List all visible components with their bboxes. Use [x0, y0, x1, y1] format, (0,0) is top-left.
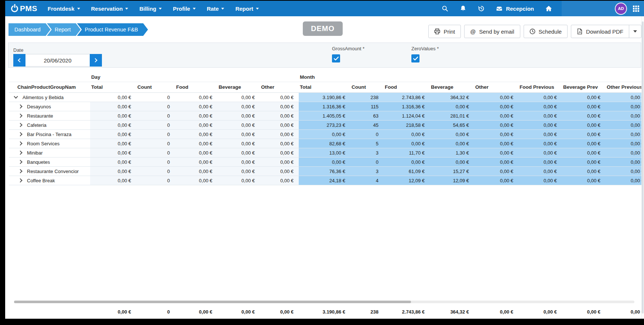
vertical-scrollbar-track[interactable] — [641, 16, 644, 319]
gross-amount-label: GrossAmount * — [332, 46, 364, 51]
notifications-bell-icon[interactable] — [460, 5, 466, 12]
horizontal-scrollbar-thumb[interactable] — [14, 301, 411, 303]
value-cell: 0,00 € — [90, 158, 136, 167]
zero-values-checkbox[interactable] — [411, 54, 419, 62]
day-group-header: Day — [90, 72, 299, 82]
value-cell: 0,00 € — [260, 176, 299, 185]
horizontal-scrollbar-track[interactable] — [14, 301, 634, 303]
apps-grid-icon[interactable] — [633, 6, 639, 12]
value-cell: 0,00 € — [217, 130, 260, 139]
value-cell: 0,00 € — [217, 167, 260, 176]
value-cell: 0,00 € — [260, 102, 299, 111]
value-cell: 0,00 € — [430, 102, 474, 111]
previous-day-button[interactable] — [13, 54, 25, 67]
home-icon[interactable] — [545, 5, 552, 12]
gross-amount-checkbox[interactable] — [332, 54, 340, 62]
breadcrumb-current-page[interactable]: Product Revenue F&B — [77, 23, 148, 36]
table-row: Alimentos y Bebida0,00 €00,00 €0,00 €0,0… — [9, 93, 641, 102]
expand-row-toggle[interactable]: Banquetes — [9, 158, 90, 166]
value-cell: 0,00 € — [430, 139, 474, 148]
value-cell: 0,00 € — [474, 139, 518, 148]
breadcrumb-dashboard[interactable]: Dashboard — [8, 23, 51, 36]
value-cell: 0,00 € — [217, 102, 260, 111]
expand-row-toggle[interactable]: Restaurante — [9, 111, 90, 120]
download-pdf-button[interactable]: Download PDF — [571, 25, 629, 38]
report-table-area: Day Month ChainProductGroupNamTotalCount… — [9, 72, 641, 316]
column-header: Other — [260, 82, 299, 93]
value-cell: 0,00 € — [384, 139, 430, 148]
revenue-table: Day Month ChainProductGroupNamTotalCount… — [9, 72, 641, 185]
search-icon[interactable] — [442, 5, 448, 12]
schedule-button[interactable]: Schedule — [524, 25, 568, 38]
value-cell: 0,00 € — [90, 139, 136, 148]
value-cell: 0,00 € — [562, 158, 606, 167]
product-group-name: Bar Piscina - Terraza — [27, 132, 71, 137]
value-cell: 0,00 € — [217, 176, 260, 185]
expand-row-toggle[interactable]: Minibar — [9, 148, 90, 157]
column-header: Food — [384, 82, 430, 93]
app-logo[interactable]: PMS — [11, 4, 37, 13]
avatar[interactable]: AD — [616, 3, 626, 14]
totals-row: 0,00 €00,00 €0,00 €0,00 €3.190,86 €2382.… — [9, 307, 641, 316]
report-filter-panel: Date GrossAmount * ZeroValues * — [8, 43, 641, 68]
date-input[interactable] — [25, 54, 90, 67]
menu-profile[interactable]: Profile — [173, 6, 196, 12]
value-cell: 3 — [350, 167, 384, 176]
value-cell: 0,00 € — [562, 111, 606, 121]
value-cell: 0,00 € — [606, 176, 641, 185]
value-cell: 0,00 € — [606, 130, 641, 139]
chevron-right-icon — [18, 123, 22, 127]
column-header: Other Previous — [606, 82, 641, 93]
pdf-file-icon — [577, 28, 583, 34]
value-cell: 0,00 € — [606, 93, 641, 102]
print-button[interactable]: Print — [428, 25, 461, 38]
logo-text: PMS — [20, 4, 37, 13]
value-cell: 2.743,86 € — [384, 93, 430, 102]
mailbox-recepcion[interactable]: Recepcion — [496, 5, 534, 12]
chevron-right-icon — [93, 58, 97, 62]
next-day-button[interactable] — [90, 54, 102, 67]
history-icon[interactable] — [478, 5, 484, 12]
value-cell: 0,00 € — [518, 167, 562, 176]
value-cell: 0,00 € — [260, 139, 299, 148]
value-cell: 0 — [136, 167, 175, 176]
download-options-dropdown[interactable] — [629, 25, 641, 38]
value-cell: 0,00 € — [175, 121, 217, 130]
row-name-cell: Cafeteria — [9, 121, 90, 130]
value-cell: 0,00 € — [90, 176, 136, 185]
value-cell: 0,00 € — [260, 130, 299, 139]
breadcrumb-report[interactable]: Report — [47, 23, 81, 36]
value-cell: 218,58 € — [384, 121, 430, 130]
value-cell: 63 — [350, 111, 384, 121]
product-group-name: Alimentos y Bebida — [23, 95, 64, 100]
menu-billing[interactable]: Billing — [139, 6, 162, 12]
expand-row-toggle[interactable]: Coffee Break — [9, 176, 90, 185]
menu-report[interactable]: Report — [235, 6, 258, 12]
collapse-row-toggle[interactable]: Alimentos y Bebida — [9, 93, 90, 102]
clock-icon — [530, 28, 535, 34]
expand-row-toggle[interactable]: Desayunos — [9, 102, 90, 111]
value-cell: 0,00 € — [562, 102, 606, 111]
expand-row-toggle[interactable]: Cafeteria — [9, 121, 90, 129]
value-cell: 0,00 € — [90, 121, 136, 130]
send-by-email-button[interactable]: @ Send by email — [464, 25, 520, 38]
value-cell: 45 — [350, 121, 384, 130]
value-cell: 0,00 € — [175, 176, 217, 185]
value-cell: 0 — [136, 139, 175, 148]
expand-row-toggle[interactable]: Room Services — [9, 139, 90, 148]
value-cell: 0,00 € — [90, 102, 136, 111]
value-cell: 0,00 € — [562, 121, 606, 130]
menu-reservation[interactable]: Reservation — [91, 6, 129, 12]
value-cell: 0,00 € — [384, 158, 430, 167]
totals-cell: 364,32 € — [430, 307, 474, 316]
expand-row-toggle[interactable]: Restaurante Convencior — [9, 167, 90, 176]
value-cell: 0,00 € — [260, 93, 299, 102]
column-header: Beverage — [217, 82, 260, 93]
chevron-left-icon — [18, 58, 22, 62]
expand-row-toggle[interactable]: Bar Piscina - Terraza — [9, 130, 90, 139]
value-cell: 0 — [350, 130, 384, 139]
vertical-scrollbar-thumb[interactable] — [642, 21, 644, 314]
menu-frontdesk[interactable]: Frontdesk — [48, 6, 80, 12]
menu-rate[interactable]: Rate — [207, 6, 225, 12]
value-cell: 0 — [136, 158, 175, 167]
